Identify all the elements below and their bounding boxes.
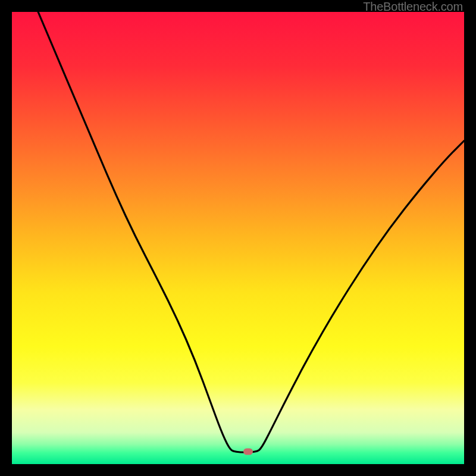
chart-frame: TheBottleneck.com <box>0 0 476 476</box>
plot-area <box>12 12 464 464</box>
bottleneck-curve <box>38 12 464 452</box>
curve-layer <box>12 12 464 464</box>
optimal-point-marker <box>243 448 253 455</box>
